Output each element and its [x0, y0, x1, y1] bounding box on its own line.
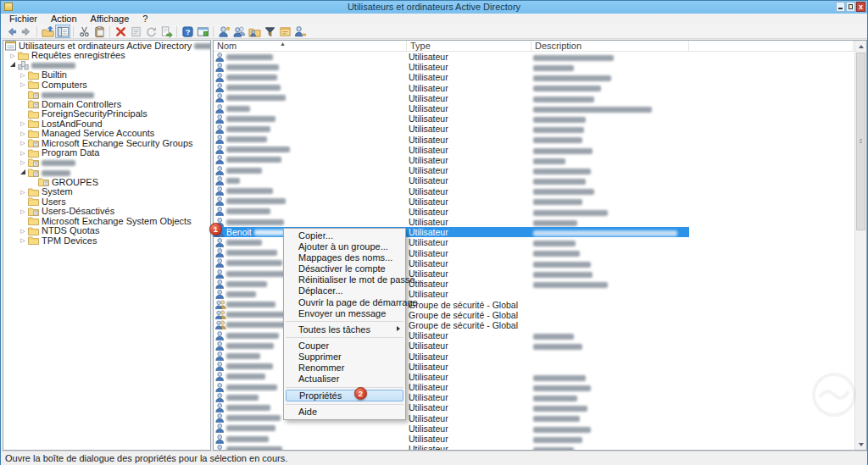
new-group-icon[interactable]	[247, 25, 262, 38]
tree-item-users[interactable]: Users	[3, 197, 210, 207]
tree-item-ntds-quotas[interactable]: ▷NTDS Quotas	[3, 226, 210, 236]
tree-item-microsoft-exchange-security-groups[interactable]: ▷Microsoft Exchange Security Groups	[3, 138, 210, 148]
table-row[interactable]: Utilisateur	[214, 113, 854, 124]
paste-icon[interactable]	[92, 25, 107, 38]
table-row[interactable]: Utilisateur	[214, 83, 854, 93]
close-button[interactable]: x	[856, 2, 865, 12]
tree-collapse-icon[interactable]	[18, 168, 28, 177]
tree-item-microsoft-exchange-system-objects[interactable]: Microsoft Exchange System Objects	[3, 216, 210, 226]
table-row[interactable]: Utilisateur	[214, 93, 854, 103]
context-menu-item-aide[interactable]: Aide	[284, 407, 405, 418]
tree-expand-icon[interactable]: ▷	[18, 235, 28, 245]
tree-expand-icon[interactable]: ▷	[18, 158, 28, 167]
tree-item-redacted[interactable]	[3, 168, 210, 178]
context-menu-item-réinitialiser-le-mot-de-passe[interactable]: Réinitialiser le mot de passe...	[284, 274, 405, 285]
table-row[interactable]: Utilisateur	[214, 217, 854, 227]
context-menu-item-envoyer-un-message[interactable]: Envoyer un message	[284, 308, 405, 319]
menu-?[interactable]: ?	[136, 14, 154, 25]
show-console-tree-icon[interactable]	[55, 25, 70, 38]
refresh-icon[interactable]	[143, 25, 159, 38]
tree-item-redacted[interactable]: ▷	[3, 158, 210, 168]
tree-expand-icon[interactable]: ▷	[18, 226, 28, 235]
context-menu-item-ajouter-à-un-groupe[interactable]: Ajouter à un groupe...	[284, 241, 405, 252]
table-row[interactable]: Utilisateur	[214, 145, 854, 155]
new-window-icon[interactable]	[195, 25, 210, 38]
scrollbar-thumb[interactable]	[856, 53, 865, 230]
tree-expand-icon[interactable]: ▷	[18, 80, 28, 89]
filter-icon[interactable]	[262, 25, 277, 38]
table-row[interactable]: Utilisateur	[214, 197, 854, 207]
table-row[interactable]: Utilisateur	[214, 62, 854, 72]
context-menu-item-supprimer[interactable]: Supprimer	[284, 352, 405, 363]
forward-icon[interactable]	[19, 25, 34, 38]
tree-collapse-icon[interactable]	[8, 60, 18, 69]
context-menu-item-renommer[interactable]: Renommer	[284, 363, 405, 374]
table-row[interactable]: Utilisateur	[214, 103, 854, 113]
table-row[interactable]: Utilisateur	[214, 124, 854, 134]
scroll-down-button[interactable]	[855, 439, 866, 450]
properties-icon[interactable]	[128, 25, 143, 38]
tree-item-domain-controllers[interactable]: Domain Controllers	[3, 99, 210, 109]
delete-icon[interactable]	[113, 25, 128, 38]
table-row[interactable]: Utilisateur	[214, 185, 854, 196]
cut-icon[interactable]	[76, 25, 92, 38]
column-header-type[interactable]: Type	[407, 41, 531, 51]
table-row[interactable]: Utilisateur	[214, 72, 854, 82]
table-row[interactable]: Utilisateur	[214, 423, 854, 434]
tree-expand-icon[interactable]: ▷	[18, 148, 28, 158]
tree-item-foreignsecurityprincipals[interactable]: ForeignSecurityPrincipals	[3, 109, 210, 119]
context-menu-item-propriétés[interactable]: Propriétés	[286, 390, 403, 401]
tree-expand-icon[interactable]: ▷	[18, 119, 28, 128]
tree-item-redacted[interactable]	[3, 90, 210, 100]
menu-affichage[interactable]: Affichage	[84, 14, 136, 25]
context-menu-item-ouvrir-la-page-de-démarrage[interactable]: Ouvrir la page de démarrage	[284, 297, 405, 308]
maximize-button[interactable]	[846, 2, 855, 12]
menu-fichier[interactable]: Fichier	[3, 14, 44, 25]
tree-item-groupes[interactable]: GROUPES	[3, 177, 210, 187]
context-menu-item-mappages-des-noms[interactable]: Mappages des noms...	[284, 252, 405, 263]
back-icon[interactable]	[3, 25, 19, 38]
delegate-icon[interactable]	[292, 25, 308, 38]
tree-expand-icon[interactable]: ▷	[8, 51, 18, 60]
tree-expand-icon[interactable]: ▷	[18, 187, 28, 197]
menu-action[interactable]: Action	[44, 14, 84, 25]
tree-expand-icon[interactable]: ▷	[18, 70, 28, 80]
tree-item-redacted[interactable]	[3, 60, 210, 70]
tree-expand-icon[interactable]: ▷	[18, 129, 28, 138]
table-row[interactable]: Utilisateur	[214, 444, 854, 450]
new-ou-icon[interactable]	[277, 25, 292, 38]
context-menu-item-déplacer[interactable]: Déplacer...	[284, 285, 405, 296]
tree-item-lostandfound[interactable]: ▷LostAndFound	[3, 119, 210, 129]
table-row[interactable]: Utilisateur	[214, 207, 854, 217]
tree-item-managed-service-accounts[interactable]: ▷Managed Service Accounts	[3, 129, 210, 139]
table-row[interactable]: Utilisateur	[214, 135, 854, 145]
tree-item-program-data[interactable]: ▷Program Data	[3, 148, 210, 158]
table-row[interactable]: Utilisateur	[214, 434, 854, 444]
context-menu-item-désactiver-le-compte[interactable]: Désactiver le compte	[284, 263, 405, 274]
column-header-description[interactable]: Description	[531, 41, 689, 51]
column-header-empty[interactable]	[689, 41, 854, 51]
title-bar[interactable]: Utilisateurs et ordinateurs Active Direc…	[1, 1, 867, 14]
export-list-icon[interactable]	[159, 25, 174, 38]
tree-item-requ-tes-enregistr-es[interactable]: ▷Requêtes enregistrées	[3, 51, 210, 61]
new-user-icon[interactable]	[216, 25, 231, 38]
tree-item-tpm-devices[interactable]: ▷TPM Devices	[3, 235, 210, 246]
up-level-icon[interactable]	[40, 25, 55, 38]
scroll-up-button[interactable]	[855, 41, 866, 52]
tree-item-builtin[interactable]: ▷Builtin	[3, 70, 210, 80]
table-row[interactable]: Utilisateur	[214, 165, 854, 175]
copy-user-icon[interactable]	[231, 25, 247, 38]
tree-item-computers[interactable]: ▷Computers	[3, 80, 210, 90]
tree-expand-icon[interactable]: ▷	[18, 207, 28, 216]
tree-item-utilisateurs-et-ordinateurs-active-directory[interactable]: Utilisateurs et ordinateurs Active Direc…	[3, 41, 210, 51]
table-row[interactable]: Utilisateur	[214, 175, 854, 185]
tree-item-users-d-sactiv-s[interactable]: ▷Users-Désactivés	[3, 207, 210, 217]
minimize-button[interactable]	[836, 2, 845, 12]
help-icon[interactable]: ?	[180, 25, 195, 38]
tree-item-system[interactable]: ▷System	[3, 187, 210, 197]
table-row[interactable]: Utilisateur	[214, 52, 854, 62]
context-menu-item-copier[interactable]: Copier...	[284, 230, 405, 241]
column-header-nom[interactable]: Nom▲	[214, 41, 407, 51]
table-row[interactable]: Utilisateur	[214, 155, 854, 165]
context-menu-item-couper[interactable]: Couper	[284, 340, 405, 352]
